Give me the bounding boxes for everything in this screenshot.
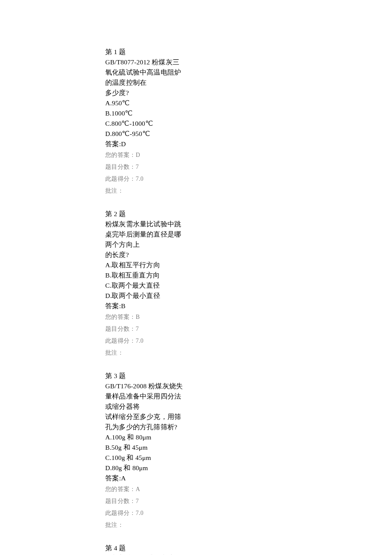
question-option-c: C.取两个最大直径: [105, 280, 183, 291]
question-stem-line: 试样缩分至多少克，用筛孔为多少的方孔筛筛析?: [105, 412, 183, 432]
question-1: 第 1 题 GB/T8077-2012 粉煤灰三氧化硫试验中高温电阻炉的温度控制…: [105, 47, 183, 197]
question-stem-line: 多少度?: [105, 88, 183, 98]
question-option-c: C.100g 和 45μm: [105, 453, 183, 463]
question-2: 第 2 题 粉煤灰需水量比试验中跳桌完毕后测量的直径是哪两个方向上 的长度? A…: [105, 209, 183, 359]
question-4: 第 4 题 外加剂含固量试验中液体试样称量质量?: [105, 543, 183, 555]
question-score: 此题得分：7.0: [105, 335, 183, 347]
question-option-a: A.950℃: [105, 98, 183, 108]
question-option-b: B.50g 和 45μm: [105, 442, 183, 453]
question-option-b: B.1000℃: [105, 108, 183, 119]
question-points: 题目分数：7: [105, 323, 183, 335]
question-score: 此题得分：7.0: [105, 507, 183, 519]
your-answer: 您的答案：B: [105, 311, 183, 323]
question-stem-line: 外加剂含固量试验中液体试样称量质量?: [105, 553, 183, 555]
question-answer: 答案:B: [105, 301, 183, 311]
question-stem-line: 粉煤灰需水量比试验中跳桌完毕后测量的直径是哪两个方向上: [105, 219, 183, 250]
question-title: 第 2 题: [105, 209, 183, 219]
question-option-c: C.800℃-1000℃: [105, 119, 183, 129]
question-option-d: D.取两个最小直径: [105, 291, 183, 301]
question-points: 题目分数：7: [105, 161, 183, 173]
question-answer: 答案:D: [105, 139, 183, 149]
question-answer: 答案:A: [105, 473, 183, 483]
page-content: 第 1 题 GB/T8077-2012 粉煤灰三氧化硫试验中高温电阻炉的温度控制…: [0, 0, 183, 555]
question-title: 第 4 题: [105, 543, 183, 553]
question-option-d: D.80g 和 80μm: [105, 463, 183, 473]
question-option-d: D.800℃-950℃: [105, 129, 183, 139]
question-title: 第 3 题: [105, 371, 183, 381]
question-title: 第 1 题: [105, 47, 183, 57]
question-points: 题目分数：7: [105, 495, 183, 507]
your-answer: 您的答案：D: [105, 149, 183, 161]
question-comment: 批注：: [105, 519, 183, 531]
question-stem-line: 的长度?: [105, 250, 183, 260]
question-option-a: A.取相互平行方向: [105, 260, 183, 270]
question-score: 此题得分：7.0: [105, 173, 183, 185]
question-stem-line: GB/T176-2008 粉煤灰烧失量样品准备中采用四分法或缩分器将: [105, 381, 183, 412]
question-comment: 批注：: [105, 347, 183, 359]
your-answer: 您的答案：A: [105, 483, 183, 495]
question-option-b: B.取相互垂直方向: [105, 270, 183, 280]
question-3: 第 3 题 GB/T176-2008 粉煤灰烧失量样品准备中采用四分法或缩分器将…: [105, 371, 183, 531]
question-option-a: A.100g 和 80μm: [105, 432, 183, 442]
question-stem-line: GB/T8077-2012 粉煤灰三氧化硫试验中高温电阻炉的温度控制在: [105, 57, 183, 88]
question-comment: 批注：: [105, 185, 183, 197]
